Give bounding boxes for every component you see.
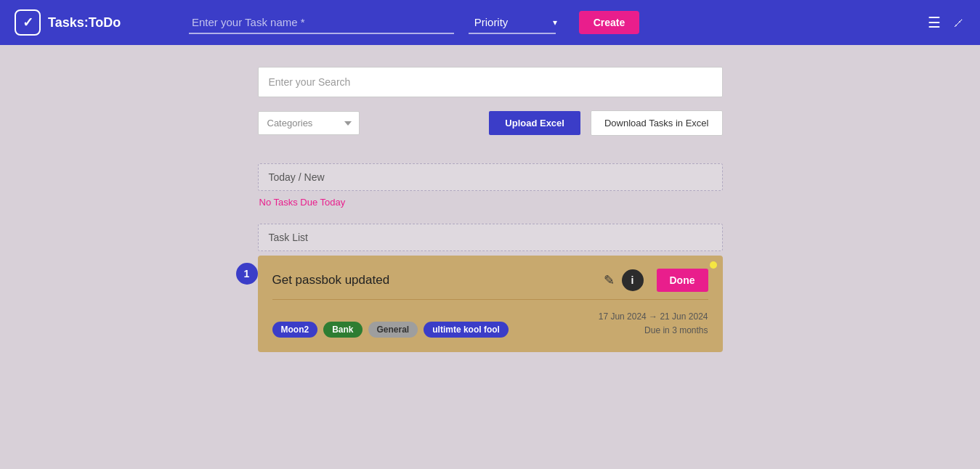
task-list-header-text: Task List [269, 232, 308, 243]
info-button[interactable]: i [622, 269, 644, 291]
search-input[interactable] [258, 67, 723, 97]
tag-general: General [368, 322, 418, 338]
task-card-top: Get passbok updated ✎ i Done [272, 269, 708, 292]
task-name-input[interactable] [189, 12, 454, 34]
priority-wrapper: Priority High Medium Low ▾ [469, 12, 557, 34]
task-date-range: 17 Jun 2024 → 21 Jun 2024 [599, 310, 708, 324]
tag-moon2: Moon2 [272, 322, 318, 338]
task-card-area: 1 Get passbok updated ✎ i Done Moon2 Ban… [258, 256, 723, 352]
categories-select[interactable]: Categories [258, 111, 360, 135]
task-due-text: Due in 3 months [599, 324, 708, 338]
logo-check-icon: ✓ [23, 15, 33, 30]
priority-select[interactable]: Priority High Medium Low [469, 12, 556, 34]
main-content: Categories Upload Excel Download Tasks i… [0, 45, 980, 374]
content-wrapper: Categories Upload Excel Download Tasks i… [258, 67, 723, 352]
task-dates: 17 Jun 2024 → 21 Jun 2024 Due in 3 month… [599, 310, 708, 338]
menu-icon[interactable]: ☰ [928, 14, 941, 31]
tag-kool: ultimte kool fool [424, 322, 509, 338]
task-tags: Moon2 Bank General ultimte kool fool [272, 322, 509, 338]
app-title: Tasks:ToDo [48, 15, 121, 30]
today-header-text: Today / New [269, 171, 325, 183]
upload-excel-button[interactable]: Upload Excel [489, 111, 580, 135]
no-tasks-text: No Tasks Due Today [259, 197, 723, 208]
filter-row: Categories Upload Excel Download Tasks i… [258, 110, 723, 136]
task-number-badge: 1 [236, 263, 258, 285]
task-card-bottom: Moon2 Bank General ultimte kool fool 17 … [272, 310, 708, 338]
task-divider [272, 299, 708, 300]
trend-icon[interactable]: ⟋ [951, 15, 965, 31]
header-icons: ☰ ⟋ [928, 14, 965, 31]
task-corner-dot [710, 261, 717, 269]
done-button[interactable]: Done [657, 269, 708, 292]
task-card-icons: ✎ i [604, 269, 644, 291]
edit-icon[interactable]: ✎ [604, 272, 615, 288]
create-button[interactable]: Create [579, 11, 640, 34]
today-section-header: Today / New [258, 163, 723, 191]
task-card: Get passbok updated ✎ i Done Moon2 Bank … [258, 256, 723, 352]
logo-icon: ✓ [15, 9, 41, 36]
task-title: Get passbok updated [272, 273, 604, 287]
tag-bank: Bank [323, 322, 362, 338]
download-excel-button[interactable]: Download Tasks in Excel [591, 110, 723, 136]
app-header: ✓ Tasks:ToDo Priority High Medium Low ▾ … [0, 0, 980, 45]
task-list-header: Task List [258, 224, 723, 251]
logo: ✓ Tasks:ToDo [15, 9, 131, 36]
